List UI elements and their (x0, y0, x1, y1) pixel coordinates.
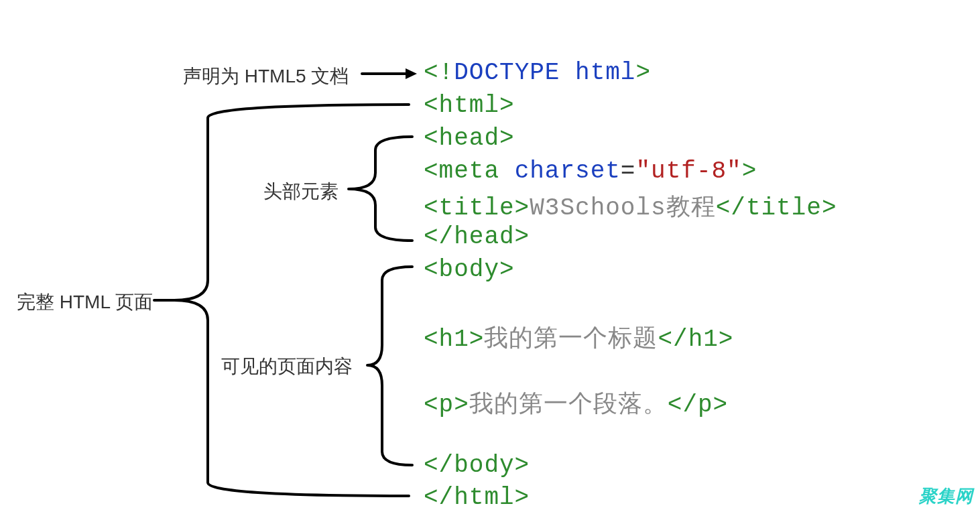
code-doctype: <!DOCTYPE html> (424, 59, 651, 86)
title-text: W3Schools教程 (530, 194, 715, 222)
tag-body-open: <body> (424, 256, 515, 283)
doctype-word: DOCTYPE html (454, 59, 635, 86)
brace-body (367, 267, 412, 465)
watermark: 聚集网 (919, 485, 973, 508)
watermark-text: 聚集网 (919, 486, 973, 506)
code-html-close: </html> (424, 484, 530, 511)
p-text: 我的第一个段落。 (469, 391, 668, 419)
tag-html-open: <html> (424, 92, 515, 119)
tag-h1-open: <h1> (424, 326, 484, 353)
code-p: <p>我的第一个段落。</p> (424, 387, 728, 420)
tag-head-open: <head> (424, 125, 515, 152)
tag-h1-close: </h1> (658, 326, 733, 353)
brace-full-page (174, 105, 409, 496)
val-charset: "utf-8" (635, 157, 741, 185)
arrow-doctype-head (406, 68, 417, 79)
doctype-close: > (635, 59, 651, 86)
eq-charset: = (621, 157, 636, 185)
attr-charset: charset (515, 157, 621, 185)
tag-p-open: <p> (424, 391, 469, 419)
tag-head-close: </head> (424, 223, 530, 251)
code-head-close: </head> (424, 223, 530, 251)
code-html-open: <html> (424, 92, 515, 119)
tag-title-open: <title> (424, 194, 530, 222)
label-full-page: 完整 HTML 页面 (17, 290, 153, 315)
label-head: 头部元素 (263, 179, 339, 204)
tag-meta-close: > (742, 157, 757, 185)
doctype-open: <! (424, 59, 454, 86)
code-title: <title>W3Schools教程</title> (424, 190, 837, 223)
code-h1: <h1>我的第一个标题</h1> (424, 322, 733, 355)
label-doctype: 声明为 HTML5 文档 (183, 64, 349, 89)
h1-text: 我的第一个标题 (484, 326, 658, 353)
brace-head (349, 137, 412, 241)
tag-title-close: </title> (716, 194, 837, 222)
code-body-open: <body> (424, 256, 515, 283)
code-body-close: </body> (424, 452, 530, 479)
tag-html-close: </html> (424, 484, 530, 511)
tag-body-close: </body> (424, 452, 530, 479)
code-head-open: <head> (424, 125, 515, 152)
code-meta: <meta charset="utf-8"> (424, 157, 757, 185)
label-body: 可见的页面内容 (221, 354, 353, 379)
tag-p-close: </p> (668, 391, 728, 419)
tag-meta-open: <meta (424, 157, 515, 185)
